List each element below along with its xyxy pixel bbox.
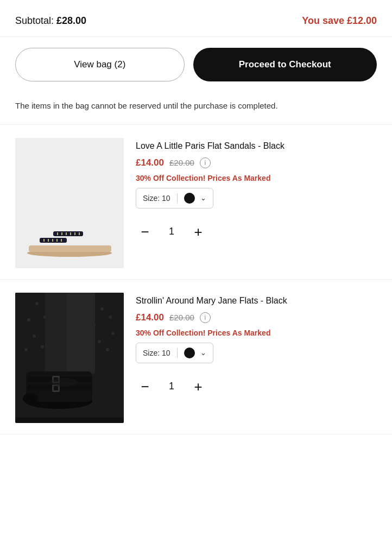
original-price-2: £20.00 xyxy=(169,313,194,322)
sale-price-2: £14.00 xyxy=(136,312,164,323)
price-row-2: £14.00 £20.00 i xyxy=(136,312,377,323)
promo-text-1: 30% Off Collection! Prices As Marked xyxy=(136,174,377,182)
action-buttons: View bag (2) Proceed to Checkout xyxy=(0,37,392,92)
product-item-1: Love A Little Paris Flat Sandals - Black… xyxy=(0,125,392,280)
size-selector-2[interactable]: Size: 10 ⌄ xyxy=(136,343,213,363)
size-selector-1[interactable]: Size: 10 ⌄ xyxy=(136,188,213,209)
qty-value-2: 1 xyxy=(166,381,177,392)
svg-point-32 xyxy=(111,332,115,335)
qty-increase-2[interactable]: + xyxy=(189,377,207,396)
svg-point-27 xyxy=(33,334,36,338)
svg-point-31 xyxy=(98,340,101,343)
sandal-illustration xyxy=(15,138,124,268)
checkout-button[interactable]: Proceed to Checkout xyxy=(193,48,377,81)
chevron-down-icon-1: ⌄ xyxy=(200,194,206,202)
info-icon-1[interactable]: i xyxy=(200,157,211,168)
color-dot-1 xyxy=(184,193,195,204)
promo-text-2: 30% Off Collection! Prices As Marked xyxy=(136,329,377,337)
chevron-down-icon-2: ⌄ xyxy=(200,349,206,357)
svg-point-21 xyxy=(27,318,30,321)
original-price-1: £20.00 xyxy=(169,158,194,167)
qty-value-1: 1 xyxy=(166,226,177,237)
product-details-2: Strollin' Around Mary Jane Flats - Black… xyxy=(136,293,377,423)
svg-point-26 xyxy=(109,315,112,319)
svg-point-38 xyxy=(106,348,109,351)
size-label-2: Size: 10 xyxy=(143,349,170,357)
qty-increase-1[interactable]: + xyxy=(189,223,207,241)
svg-rect-1 xyxy=(29,245,111,252)
svg-rect-48 xyxy=(54,386,58,390)
qty-row-1: − 1 + xyxy=(136,223,377,241)
divider-v-2 xyxy=(177,348,178,358)
size-label-1: Size: 10 xyxy=(143,194,170,203)
color-dot-2 xyxy=(184,348,195,358)
size-color-row-1: Size: 10 ⌄ xyxy=(136,188,377,209)
savings-label: You save £12.00 xyxy=(302,15,377,27)
top-bar: Subtotal: £28.00 You save £12.00 xyxy=(0,0,392,37)
sale-price-1: £14.00 xyxy=(136,157,164,168)
notice-text: The items in the bag cannot be reserved … xyxy=(0,92,392,124)
product-name-1: Love A Little Paris Flat Sandals - Black xyxy=(136,140,377,152)
svg-point-50 xyxy=(50,378,78,387)
svg-point-49 xyxy=(23,393,38,404)
qty-decrease-2[interactable]: − xyxy=(136,377,154,396)
svg-point-20 xyxy=(100,307,104,311)
product-image-1 xyxy=(15,138,124,268)
svg-rect-40 xyxy=(67,293,95,374)
price-row-1: £14.00 £20.00 i xyxy=(136,157,377,168)
svg-point-33 xyxy=(24,348,28,351)
product-details-1: Love A Little Paris Flat Sandals - Black… xyxy=(136,138,377,268)
svg-point-34 xyxy=(41,345,44,349)
subtotal-label: Subtotal: £28.00 xyxy=(15,15,86,27)
mary-jane-illustration xyxy=(15,293,124,423)
divider-v-1 xyxy=(177,193,178,203)
view-bag-button[interactable]: View bag (2) xyxy=(15,48,185,81)
info-icon-2[interactable]: i xyxy=(200,312,211,323)
qty-decrease-1[interactable]: − xyxy=(136,223,154,241)
size-color-row-2: Size: 10 ⌄ xyxy=(136,343,377,363)
product-item-2: Strollin' Around Mary Jane Flats - Black… xyxy=(0,280,392,434)
product-image-2 xyxy=(15,293,124,423)
svg-point-16 xyxy=(35,302,39,305)
qty-row-2: − 1 + xyxy=(136,377,377,396)
subtotal-value: £28.00 xyxy=(56,15,86,26)
product-name-2: Strollin' Around Mary Jane Flats - Black xyxy=(136,295,377,307)
